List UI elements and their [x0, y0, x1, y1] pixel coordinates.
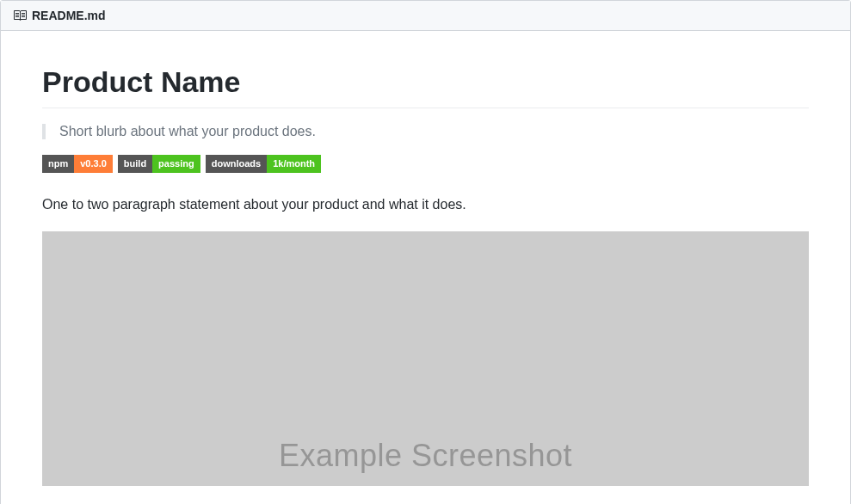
badge-value: 1k/month — [267, 155, 321, 173]
badge-npm[interactable]: npm v0.3.0 — [42, 155, 113, 173]
badge-build[interactable]: build passing — [118, 155, 200, 173]
badge-label: downloads — [206, 155, 267, 173]
badge-label: npm — [42, 155, 74, 173]
badge-value: passing — [152, 155, 200, 173]
product-title: Product Name — [42, 65, 809, 108]
readme-filename: README.md — [32, 9, 106, 22]
book-icon — [13, 9, 27, 22]
blurb-block: Short blurb about what your product does… — [42, 124, 809, 139]
badges-row: npm v0.3.0 build passing downloads 1k/mo… — [42, 155, 809, 173]
screenshot-label: Example Screenshot — [279, 438, 572, 474]
readme-body: Product Name Short blurb about what your… — [1, 31, 850, 504]
readme-container: README.md Product Name Short blurb about… — [0, 0, 851, 504]
blurb-text: Short blurb about what your product does… — [59, 124, 316, 138]
description-text: One to two paragraph statement about you… — [42, 197, 809, 212]
screenshot-placeholder: Example Screenshot — [42, 231, 809, 486]
badge-label: build — [118, 155, 152, 173]
readme-header: README.md — [1, 1, 850, 31]
badge-value: v0.3.0 — [74, 155, 113, 173]
badge-downloads[interactable]: downloads 1k/month — [206, 155, 321, 173]
